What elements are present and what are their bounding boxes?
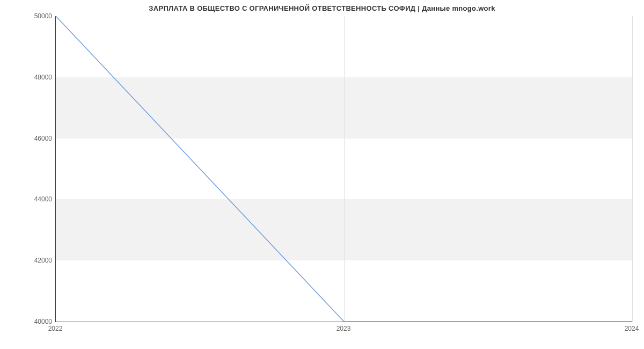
y-tick-label: 40000 [4,318,52,325]
line-series [56,16,632,322]
x-tick-label: 2024 [625,325,639,332]
plot-area [55,16,632,322]
y-tick-label: 48000 [4,74,52,81]
y-tick-label: 46000 [4,135,52,142]
x-tick-label: 2023 [336,325,351,332]
chart-container: ЗАРПЛАТА В ОБЩЕСТВО С ОГРАНИЧЕННОЙ ОТВЕТ… [0,0,644,349]
chart-title: ЗАРПЛАТА В ОБЩЕСТВО С ОГРАНИЧЕННОЙ ОТВЕТ… [0,4,644,12]
x-gridline [632,16,633,322]
x-tick-label: 2022 [48,325,63,332]
y-tick-label: 50000 [4,12,52,20]
y-tick-label: 42000 [4,257,52,264]
y-tick-label: 44000 [4,195,52,203]
